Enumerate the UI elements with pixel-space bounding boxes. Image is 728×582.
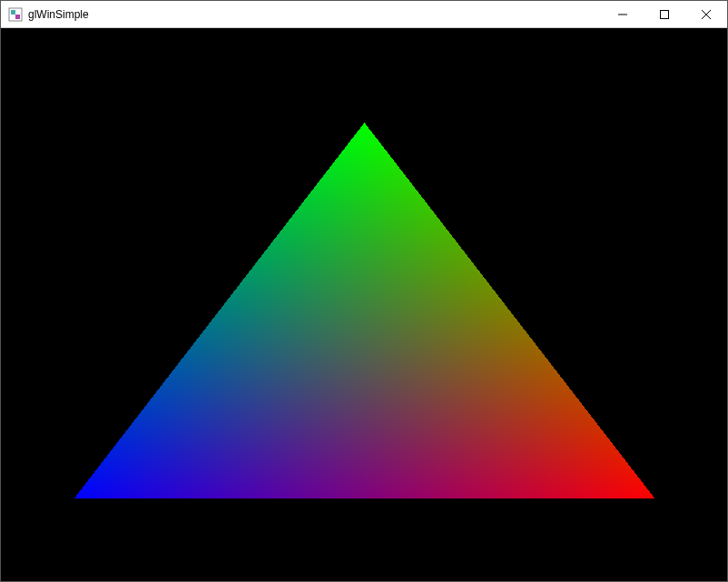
app-icon [8, 7, 23, 22]
render-canvas [1, 28, 727, 581]
window-title: glWinSimple [28, 8, 602, 21]
maximize-icon [660, 10, 669, 19]
minimize-button[interactable] [602, 1, 644, 27]
minimize-icon [618, 10, 627, 19]
svg-rect-4 [661, 10, 669, 18]
window-controls [602, 1, 727, 27]
opengl-viewport [1, 28, 727, 581]
svg-rect-2 [15, 15, 20, 19]
app-window: glWinSimple [0, 0, 728, 582]
close-button[interactable] [685, 1, 727, 27]
svg-rect-1 [11, 10, 15, 15]
maximize-button[interactable] [644, 1, 685, 27]
close-icon [702, 10, 711, 19]
titlebar[interactable]: glWinSimple [1, 1, 727, 28]
